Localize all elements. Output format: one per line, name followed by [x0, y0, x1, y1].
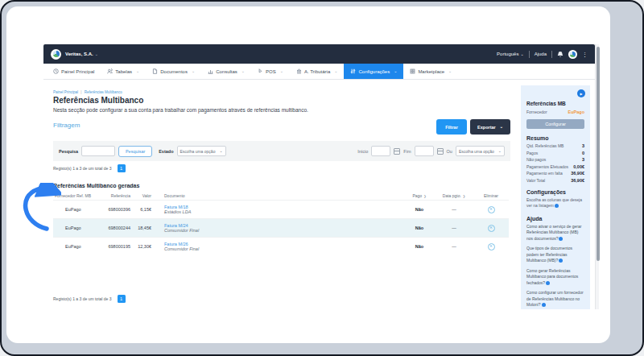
right-sidebar: ▶ Referências MB Fornecedor EuPago Confi… — [521, 85, 590, 309]
clock-icon — [53, 68, 59, 74]
configurar-button[interactable]: Configurar — [526, 119, 584, 129]
bar-chart-icon — [208, 68, 213, 74]
document-icon — [152, 68, 158, 74]
language-selector[interactable]: Português ⌄ — [497, 52, 524, 56]
estado-select[interactable]: Escolha uma opção ⌄ — [177, 146, 226, 156]
chevron-down-icon: ⌄ — [498, 149, 502, 153]
info-icon — [546, 281, 550, 285]
cell-valor: 18,45€ — [130, 226, 151, 230]
pagination-text: Registo(s) 1 a 3 de um total de 3 — [53, 166, 112, 171]
cell-documento: Fatura M/26 Consumidor Final — [151, 242, 404, 251]
avatar[interactable] — [568, 50, 577, 59]
page-title: Referências Multibanco — [53, 96, 143, 105]
ou-select[interactable]: Escolha uma opção ⌄ — [456, 146, 505, 156]
resumo-heading: Resumo — [526, 135, 584, 141]
nav-item-consultas[interactable]: Consultas ⌄ — [201, 64, 251, 79]
fim-label: Fim — [403, 149, 411, 154]
calendar-icon[interactable] — [394, 148, 400, 155]
page-1-button[interactable]: 1 — [118, 295, 126, 303]
nav-item-configuracoes[interactable]: Configurações ⌄ — [344, 64, 403, 79]
pesquisar-button[interactable]: Pesquisar — [118, 146, 152, 157]
company-name[interactable]: Veritas, S.A. — [65, 52, 93, 56]
content-area: Painel Principal | Referências Multibanc… — [43, 80, 595, 309]
main-nav: Painel Principal Tabelas ⌄ Documentos ⌄ … — [43, 64, 595, 80]
filtrar-button[interactable]: Filtrar — [436, 119, 467, 135]
col-data-pgto[interactable]: Data pgto.❯ — [435, 193, 473, 198]
cell-pago: Não — [404, 244, 435, 249]
company-logo — [51, 49, 61, 60]
white-card: Veritas, S.A. ⌄ Português ⌄ Ajuda ⋮ — [6, 6, 610, 343]
sort-icon: ❯ — [463, 194, 465, 198]
chevron-down-icon: ⌄ — [136, 69, 139, 73]
chevron-down-icon: ⌄ — [394, 69, 397, 73]
info-icon — [559, 259, 563, 263]
document-client: Consumidor Final — [164, 246, 404, 251]
fornecedor-value[interactable]: EuPago — [568, 110, 584, 114]
nav-item-documentos[interactable]: Documentos ⌄ — [146, 64, 201, 79]
references-table: Fornecedor Ref. MB Referência Valor Docu… — [53, 191, 509, 255]
nav-item-a-tributaria[interactable]: A. Tributária ⌄ — [290, 64, 345, 79]
exportar-button[interactable]: Exportar ⌄ — [470, 119, 510, 135]
calendar-icon[interactable] — [437, 148, 444, 155]
info-icon — [542, 303, 546, 307]
help-link[interactable]: Que tipos de documentos podem ter Referê… — [526, 246, 584, 264]
bank-icon — [296, 68, 302, 74]
ou-label: Ou — [447, 149, 452, 154]
chevron-down-icon: ⌄ — [448, 69, 452, 73]
bell-icon[interactable] — [557, 51, 564, 58]
col-pago[interactable]: Pago❯ — [404, 193, 435, 198]
stat-row: Pagos0 — [526, 151, 584, 155]
stat-row: Pagamentos Efetuados0,00€ — [526, 164, 584, 169]
inicio-date-input[interactable] — [371, 146, 390, 156]
delete-icon[interactable]: ✕ — [488, 225, 495, 232]
page-1-button[interactable]: 1 — [118, 164, 126, 172]
table-section-title: Referências Multibanco geradas — [53, 183, 139, 188]
vertical-scrollbar[interactable] — [595, 44, 599, 309]
help-link[interactable]: Ajuda — [535, 52, 547, 56]
delete-icon[interactable]: ✕ — [488, 206, 495, 213]
cell-referencia: 698000244 — [103, 226, 130, 230]
breadcrumb-home[interactable]: Painel Principal — [53, 90, 78, 94]
help-link[interactable]: Como gerar Referências Multibanco para d… — [526, 268, 584, 287]
column-settings-link[interactable]: Escolha as colunas que deseja ver na lis… — [526, 197, 584, 209]
breadcrumb-current[interactable]: Referências Multibanco — [85, 90, 122, 94]
cell-valor: 6,15€ — [130, 207, 151, 212]
nav-item-marketplace[interactable]: Marketplace ⌄ — [403, 64, 458, 79]
fornecedor-label: Fornecedor — [526, 110, 547, 114]
chevron-down-icon: ⌄ — [334, 69, 337, 73]
pesquisa-input[interactable] — [81, 146, 115, 156]
fim-date-input[interactable] — [415, 146, 434, 156]
cell-fornecedor: EuPago — [53, 244, 103, 249]
cell-referencia: 698000396 — [103, 207, 130, 212]
help-link[interactable]: Como configurar um fornecedor de Referên… — [526, 290, 584, 308]
col-referencia: Referência — [103, 193, 130, 198]
nav-item-tabelas[interactable]: Tabelas ⌄ — [101, 64, 146, 79]
scrollbar-thumb[interactable] — [597, 47, 600, 261]
sort-icon: ❯ — [423, 194, 426, 198]
cell-referencia: 698000195 — [103, 244, 130, 249]
cell-valor: 12,30€ — [130, 244, 151, 249]
col-eliminar: Eliminar — [473, 193, 509, 198]
play-video-button[interactable]: ▶ — [577, 89, 585, 97]
cell-data-pgto: — — [435, 207, 473, 212]
table-row: EuPago 698000195 12,30€ Fatura M/26 Cons… — [53, 237, 509, 255]
nav-item-painel-principal[interactable]: Painel Principal — [47, 64, 101, 79]
ajuda-heading: Ajuda — [526, 216, 584, 221]
help-link[interactable]: Como ativar o serviço de gerar Referênci… — [526, 224, 584, 242]
cell-documento: Fatura M/24 Consumidor Final — [151, 223, 404, 233]
chevron-down-icon: ⌄ — [95, 52, 98, 56]
cell-pago: Não — [404, 226, 435, 230]
kebab-menu-icon[interactable]: ⋮ — [582, 52, 588, 57]
filter-section-heading: Filtragem — [53, 122, 80, 129]
pagination-top: Registo(s) 1 a 3 de um total de 3 1 — [53, 164, 126, 172]
breadcrumb-separator: | — [80, 90, 81, 94]
document-client: Estádios LDA — [164, 209, 404, 214]
stat-row: Não pagos3 — [526, 157, 584, 162]
nav-item-pos[interactable]: POS ⌄ — [251, 64, 290, 79]
page-subtitle: Nesta secção pode configurar a sua conta… — [53, 107, 308, 113]
cell-documento: Fatura M/18 Estádios LDA — [151, 205, 404, 214]
delete-icon[interactable]: ✕ — [488, 243, 495, 250]
stat-row: Qtd. Referências MB3 — [526, 143, 584, 148]
filter-bar: Pesquisa Pesquisar Estado Escolha uma op… — [53, 141, 510, 161]
document-client: Consumidor Final — [164, 228, 404, 233]
